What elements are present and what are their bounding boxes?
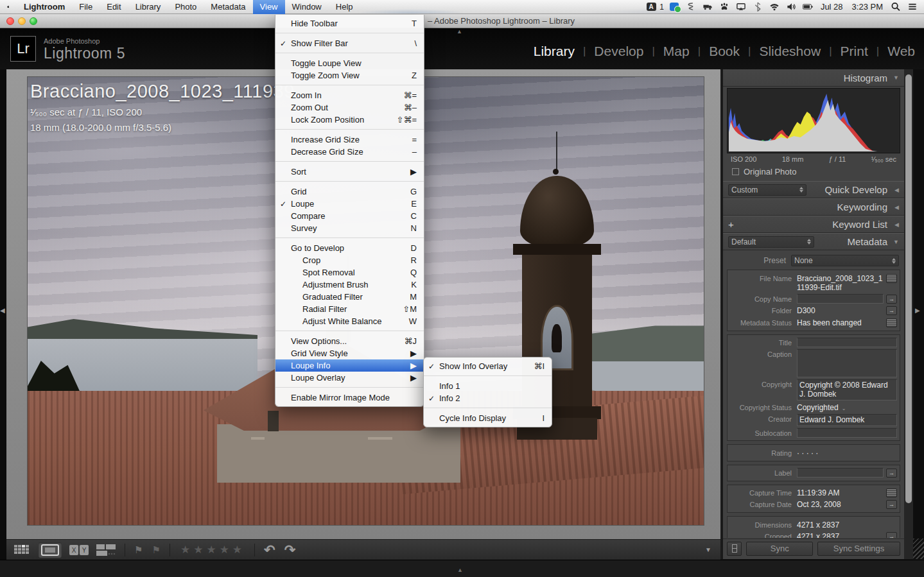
sync-button[interactable]: Sync [746,542,813,556]
menu-item-toggle-zoom-view[interactable]: Toggle Zoom ViewZ [275,69,424,82]
sync-toggle-button[interactable] [727,542,742,556]
filmstrip-reveal-handle[interactable]: ▲ [457,567,463,573]
submenu-item-info-1[interactable]: Info 1 [424,380,552,392]
window-resize-grip[interactable] [913,538,924,559]
module-book[interactable]: Book [709,44,740,59]
adobe-app-icon[interactable]: A [645,1,658,13]
window-titlebar[interactable]: – Adobe Photoshop Lightroom – Library [0,14,924,28]
coil-icon[interactable] [684,1,697,13]
notification-center-icon[interactable] [906,1,919,13]
flag-pick-icon[interactable]: ⚑ [134,544,143,556]
rating-stars[interactable]: ★★★★★ [180,543,245,556]
rating-dots[interactable]: · · · · · [797,448,897,458]
menu-item-survey[interactable]: SurveyN [275,222,424,234]
menu-item-adjust-white-balance[interactable]: Adjust White BalanceW [275,315,424,327]
toolbar-content-menu-icon[interactable]: ▼ [705,546,711,553]
menu-item-loupe-info[interactable]: Loupe Info▶ [275,359,424,372]
menu-item-view-options[interactable]: View Options...⌘J [275,335,424,347]
menu-item-increase-grid-size[interactable]: Increase Grid Size= [275,133,424,146]
menubar-item-metadata[interactable]: Metadata [204,0,252,14]
histogram-chart[interactable] [727,88,900,153]
grid-view-icon[interactable] [14,542,31,558]
go-to-arrow-icon[interactable]: → [886,500,897,509]
survey-view-icon[interactable] [96,542,116,558]
menubar-clock-time[interactable]: 3:23 PM [850,2,885,12]
expand-triangle-icon[interactable]: ◀ [891,204,899,211]
go-to-arrow-icon[interactable]: → [886,295,897,304]
wifi-icon[interactable] [768,1,781,13]
top-panel-collapse-handle[interactable]: ▲ [457,28,462,35]
sublocation-input[interactable] [797,428,897,438]
menu-item-radial-filter[interactable]: Radial Filter⇧M [275,303,424,315]
go-to-arrow-icon[interactable]: → [886,469,897,478]
menu-item-adjustment-brush[interactable]: Adjustment BrushK [275,279,424,291]
left-panel-expand-icon[interactable]: ◀ [0,307,5,314]
paw-icon[interactable] [718,1,731,13]
menubar-item-view[interactable]: View [253,0,285,14]
menubar-item-help[interactable]: Help [329,0,360,14]
keyword-list-header[interactable]: + Keyword List ◀ [723,216,904,233]
right-panel-expand-icon[interactable]: ▶ [915,307,920,314]
title-input[interactable] [797,338,897,347]
menu-item-loupe[interactable]: ✓LoupeE [275,198,424,210]
status-menu-icon[interactable] [886,318,897,327]
metadata-header[interactable]: Default Metadata ▼ [723,233,904,250]
menu-item-spot-removal[interactable]: Spot RemovalQ [275,266,424,279]
menu-item-zoom-out[interactable]: Zoom Out⌘– [275,101,424,114]
scrollbar-thumb[interactable] [905,74,912,503]
vehicle-icon[interactable] [701,1,714,13]
menu-item-show-filter-bar[interactable]: ✓Show Filter Bar\ [275,37,424,49]
menu-item-decrease-grid-size[interactable]: Decrease Grid Size– [275,146,424,158]
menu-item-crop[interactable]: CropR [275,254,424,266]
module-develop[interactable]: Develop [594,44,643,59]
quick-develop-header[interactable]: Custom Quick Develop ◀ [723,181,904,198]
module-map[interactable]: Map [663,44,690,59]
submenu-item-info-2[interactable]: ✓Info 2 [424,392,552,404]
close-window-button[interactable] [6,17,14,25]
flag-reject-icon[interactable]: ⚑ [152,544,160,556]
menubar-item-lightroom[interactable]: Lightroom [17,0,72,14]
submenu-item-show-info-overlay[interactable]: ✓Show Info Overlay⌘I [424,360,552,372]
metadata-preset-dropdown[interactable]: None [791,255,899,266]
file-name-menu-icon[interactable] [886,274,897,283]
sync-settings-button[interactable]: Sync Settings [817,542,900,556]
quick-develop-preset-dropdown[interactable]: Custom [728,184,806,196]
original-photo-checkbox[interactable] [732,168,739,175]
bluetooth-icon[interactable] [751,1,764,13]
menu-item-go-to-develop[interactable]: Go to DevelopD [275,242,424,254]
go-to-arrow-icon[interactable]: → [886,306,897,315]
menu-item-grid-view-style[interactable]: Grid View Style▶ [275,347,424,359]
submenu-item-cycle-info-display[interactable]: Cycle Info DisplayI [424,412,552,424]
minimize-window-button[interactable] [18,17,26,25]
copyright-status-select[interactable]: Copyrighted⌄ [797,402,897,412]
menu-item-grid[interactable]: GridG [275,185,424,198]
menu-item-sort[interactable]: Sort▶ [275,166,424,178]
volume-icon[interactable] [785,1,798,13]
menubar-item-window[interactable]: Window [285,0,329,14]
copy-name-input[interactable] [797,294,884,304]
menu-item-loupe-overlay[interactable]: Loupe Overlay▶ [275,372,424,384]
dropbox-icon[interactable] [668,1,681,13]
add-keyword-button[interactable]: + [728,219,737,230]
menu-item-lock-zoom-position[interactable]: Lock Zoom Position⇧⌘= [275,114,424,126]
expand-triangle-icon[interactable]: ◀ [891,187,899,193]
loupe-view-icon[interactable] [39,542,62,558]
apple-menu[interactable] [0,0,17,14]
menu-item-hide-toolbar[interactable]: Hide ToolbarT [275,17,424,30]
menubar-item-file[interactable]: File [72,0,100,14]
spotlight-search-icon[interactable] [889,1,902,13]
menubar-item-library[interactable]: Library [128,0,168,14]
module-print[interactable]: Print [841,44,868,59]
label-input[interactable] [797,468,884,478]
rotate-right-icon[interactable]: ↷ [284,542,296,558]
zoom-window-button[interactable] [30,17,37,25]
expand-triangle-icon[interactable]: ◀ [891,221,899,228]
caption-input[interactable] [797,349,897,377]
menubar-item-photo[interactable]: Photo [168,0,204,14]
menubar-clock-date[interactable]: Jul 28 [818,2,846,12]
keywording-header[interactable]: Keywording ◀ [723,198,904,216]
right-panel-scrollbar[interactable] [904,69,913,559]
metadata-view-dropdown[interactable]: Default [728,236,814,248]
menu-item-toggle-loupe-view[interactable]: Toggle Loupe View [275,57,424,69]
histogram-header[interactable]: Histogram ▼ [723,69,904,87]
